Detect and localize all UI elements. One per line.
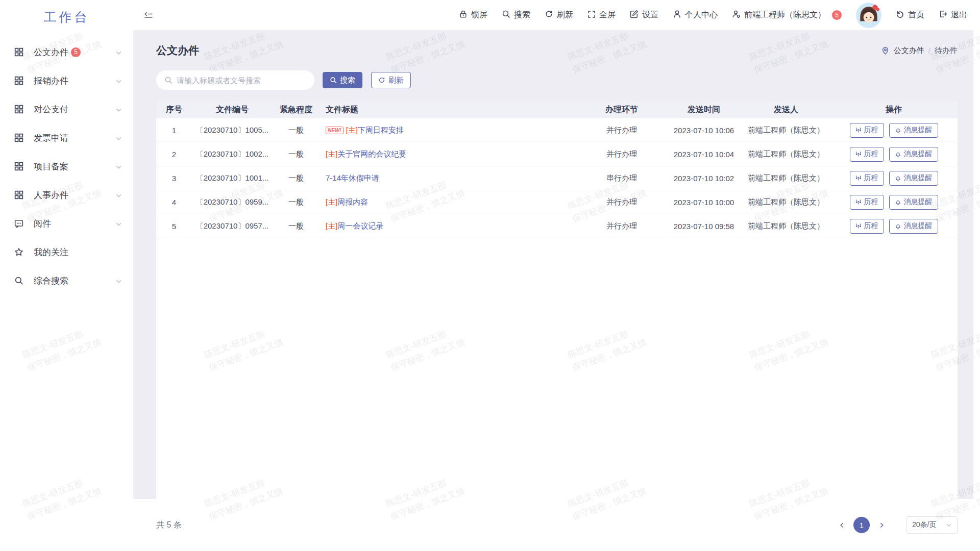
notify-label: 消息提醒: [904, 126, 933, 135]
notify-button[interactable]: 消息提醒: [889, 123, 938, 138]
next-page-button[interactable]: [876, 520, 887, 530]
sidebar-item-guanzhu[interactable]: 我的关注: [0, 238, 133, 266]
page-size-select[interactable]: 20条/页: [906, 516, 958, 534]
sidebar-item-fapiao[interactable]: 发票申请: [0, 123, 133, 152]
search-icon: [502, 10, 510, 20]
doc-title-link[interactable]: 7-14年休假申请: [326, 173, 379, 182]
scrollbar-track[interactable]: [973, 30, 980, 499]
sidebar-fold-button[interactable]: [143, 11, 154, 19]
grid-icon: [14, 105, 23, 114]
column-header: 发送时间: [666, 105, 742, 115]
sidebar-item-sousuo[interactable]: 综合搜索: [0, 266, 133, 295]
history-button[interactable]: 历程: [850, 171, 884, 186]
history-label: 历程: [864, 149, 878, 159]
history-label: 历程: [864, 197, 878, 207]
history-button[interactable]: 历程: [850, 195, 884, 210]
chevron-down-icon: [115, 135, 122, 141]
history-button[interactable]: 历程: [850, 147, 884, 162]
current-user-button[interactable]: 前端工程师（陈思文） 5: [732, 10, 842, 20]
cell-title: [主]关于官网的会议纪要: [320, 149, 578, 159]
history-button[interactable]: 历程: [850, 219, 884, 234]
cell-stage: 并行办理: [578, 126, 666, 135]
sidebar-menu: 公文办件 5 报销办件 对公支付 发票申请 项目备案 人事办件: [0, 34, 133, 295]
person-role-icon: [732, 10, 741, 20]
sidebar-item-duigong[interactable]: 对公支付: [0, 95, 133, 123]
cell-urgency: 一般: [273, 197, 320, 207]
sidebar-item-label: 发票申请: [34, 132, 68, 144]
notify-button[interactable]: 消息提醒: [889, 195, 938, 210]
sidebar-item-yuejian[interactable]: 阅件: [0, 209, 133, 238]
notify-label: 消息提醒: [904, 221, 933, 231]
chevron-down-icon: [115, 192, 122, 198]
doc-title-link[interactable]: 周一会议记录: [337, 221, 383, 230]
column-header: 序号: [156, 105, 192, 115]
home-label: 首页: [908, 10, 924, 20]
notify-button[interactable]: 消息提醒: [889, 171, 938, 186]
sidebar-item-renshi[interactable]: 人事办件: [0, 181, 133, 209]
page-size-value: 20条/页: [912, 520, 936, 530]
chevron-down-icon: [115, 220, 122, 227]
chevron-down-icon: [115, 49, 122, 56]
breadcrumb-current: 待办件: [935, 46, 958, 56]
refresh-page-button[interactable]: 刷新: [545, 10, 573, 20]
sidebar-item-label: 阅件: [34, 218, 51, 230]
sidebar-item-label: 报销办件: [34, 75, 68, 87]
global-search-button[interactable]: 搜索: [502, 10, 530, 20]
cell-time: 2023-07-10 10:06: [666, 126, 742, 135]
doc-title-link[interactable]: 周报内容: [337, 197, 368, 206]
back-home-icon: [896, 10, 904, 20]
column-header: 文件编号: [192, 105, 273, 115]
table-row: 1 〔20230710〕1005... 一般 NEW![主]下周日程安排 并行办…: [156, 118, 958, 142]
doc-prefix: [主]: [326, 149, 337, 158]
gear-icon: [630, 10, 639, 20]
cell-doc-no: 〔20230710〕1002...: [192, 149, 273, 159]
avatar[interactable]: [856, 3, 881, 28]
doc-title-link[interactable]: 关于官网的会议纪要: [337, 149, 406, 158]
history-icon: [855, 175, 862, 181]
cell-urgency: 一般: [273, 221, 320, 231]
history-label: 历程: [864, 173, 878, 183]
search-input[interactable]: [177, 76, 306, 85]
doc-prefix: [主]: [326, 197, 337, 206]
sidebar-item-xiangmu[interactable]: 项目备案: [0, 152, 133, 181]
sidebar-item-label: 人事办件: [34, 189, 68, 201]
fullscreen-button[interactable]: 全屏: [587, 10, 616, 20]
search-button[interactable]: 搜索: [323, 72, 362, 88]
notify-button[interactable]: 消息提醒: [889, 147, 938, 162]
sidebar-item-gongwen[interactable]: 公文办件 5: [0, 38, 133, 66]
cell-stage: 串行办理: [578, 173, 666, 183]
page-number[interactable]: 1: [853, 517, 870, 533]
lock-screen-button[interactable]: 锁屏: [459, 10, 487, 20]
bell-icon: [895, 151, 901, 158]
prev-page-button[interactable]: [837, 520, 847, 530]
column-header: 文件标题: [320, 105, 578, 115]
doc-title-link[interactable]: 下周日程安排: [358, 126, 404, 134]
column-header: 办理环节: [578, 105, 666, 115]
search-button-label: 搜索: [340, 76, 355, 85]
logout-label: 退出: [951, 10, 967, 20]
sidebar-item-baoxiao[interactable]: 报销办件: [0, 66, 133, 95]
notify-button[interactable]: 消息提醒: [889, 219, 938, 234]
home-button[interactable]: 首页: [896, 10, 924, 20]
profile-center-label: 个人中心: [685, 10, 718, 20]
cell-title: 7-14年休假申请: [320, 173, 578, 183]
sidebar-item-label: 项目备案: [34, 161, 68, 172]
notify-label: 消息提醒: [904, 197, 933, 207]
doc-prefix: [主]: [346, 126, 358, 134]
history-button[interactable]: 历程: [850, 123, 884, 138]
logout-button[interactable]: 退出: [939, 10, 967, 20]
logout-icon: [939, 10, 947, 20]
star-icon: [14, 247, 23, 257]
sidebar-item-label: 综合搜索: [34, 275, 68, 287]
refresh-button[interactable]: 刷新: [371, 72, 411, 88]
table-body: 1 〔20230710〕1005... 一般 NEW![主]下周日程安排 并行办…: [156, 118, 958, 238]
cell-sender: 前端工程师（陈思文）: [742, 221, 830, 231]
cell-seq: 3: [156, 174, 192, 183]
main-area: 锁屏 搜索 刷新 全屏 设置 个人中心: [133, 0, 980, 551]
breadcrumb-root[interactable]: 公文办件: [894, 46, 924, 56]
bell-icon: [895, 199, 901, 206]
settings-button[interactable]: 设置: [630, 10, 658, 20]
profile-center-button[interactable]: 个人中心: [673, 10, 718, 20]
grid-icon: [14, 133, 23, 142]
cell-doc-no: 〔20230710〕0959...: [192, 197, 273, 207]
